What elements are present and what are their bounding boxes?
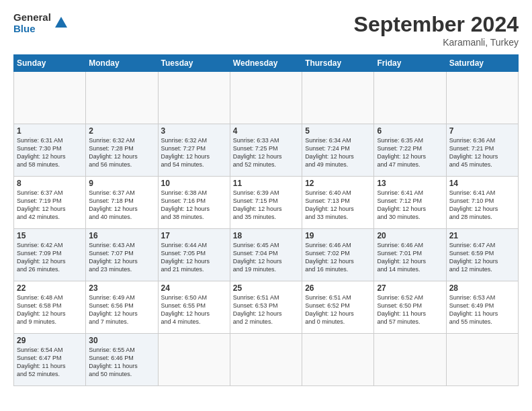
- day-info: Sunrise: 6:52 AMSunset: 6:50 PMDaylight:…: [377, 293, 443, 326]
- logo-icon: [54, 15, 69, 33]
- day-number: 22: [17, 283, 83, 293]
- week-row-4: 22Sunrise: 6:48 AMSunset: 6:58 PMDayligh…: [14, 281, 519, 334]
- day-number: 1: [17, 126, 83, 136]
- day-info: Sunrise: 6:51 AMSunset: 6:52 PMDaylight:…: [305, 293, 371, 326]
- day-number: 18: [233, 231, 299, 240]
- day-info: Sunrise: 6:32 AMSunset: 7:28 PMDaylight:…: [89, 136, 154, 169]
- day-cell: 17Sunrise: 6:44 AMSunset: 7:05 PMDayligh…: [158, 229, 230, 281]
- svg-marker-0: [55, 17, 67, 28]
- day-cell: 19Sunrise: 6:46 AMSunset: 7:02 PMDayligh…: [302, 229, 374, 281]
- day-cell: [302, 72, 374, 124]
- day-number: 10: [161, 179, 227, 188]
- col-thursday: Thursday: [302, 55, 374, 72]
- day-info: Sunrise: 6:40 AMSunset: 7:13 PMDaylight:…: [305, 189, 371, 222]
- day-cell: 13Sunrise: 6:41 AMSunset: 7:12 PMDayligh…: [374, 177, 446, 229]
- day-number: 17: [161, 231, 227, 240]
- day-number: 24: [161, 283, 227, 293]
- day-info: Sunrise: 6:53 AMSunset: 6:49 PMDaylight:…: [449, 293, 515, 326]
- day-number: 16: [89, 231, 154, 240]
- day-number: 27: [377, 283, 443, 293]
- day-cell: 20Sunrise: 6:46 AMSunset: 7:01 PMDayligh…: [374, 229, 446, 281]
- day-info: Sunrise: 6:47 AMSunset: 6:59 PMDaylight:…: [449, 241, 515, 274]
- day-cell: 15Sunrise: 6:42 AMSunset: 7:09 PMDayligh…: [14, 229, 86, 281]
- day-info: Sunrise: 6:48 AMSunset: 6:58 PMDaylight:…: [17, 293, 83, 326]
- day-cell: 7Sunrise: 6:36 AMSunset: 7:21 PMDaylight…: [446, 124, 518, 177]
- day-number: 8: [17, 179, 83, 188]
- day-info: Sunrise: 6:54 AMSunset: 6:47 PMDaylight:…: [17, 346, 83, 379]
- subtitle: Karamanli, Turkey: [354, 37, 519, 48]
- logo-blue: Blue: [13, 24, 51, 35]
- day-cell: 5Sunrise: 6:34 AMSunset: 7:24 PMDaylight…: [302, 124, 374, 177]
- day-number: 29: [17, 336, 83, 345]
- day-info: Sunrise: 6:50 AMSunset: 6:55 PMDaylight:…: [161, 293, 227, 326]
- page: General Blue September 2024 Karamanli, T…: [0, 0, 532, 411]
- header: General Blue September 2024 Karamanli, T…: [13, 12, 519, 48]
- logo: General Blue: [13, 12, 69, 34]
- day-cell: [230, 334, 302, 386]
- calendar-table: Sunday Monday Tuesday Wednesday Thursday…: [13, 54, 519, 386]
- day-cell: 6Sunrise: 6:35 AMSunset: 7:22 PMDaylight…: [374, 124, 446, 177]
- week-row-0: [14, 72, 519, 124]
- day-number: 25: [233, 283, 299, 293]
- day-cell: 18Sunrise: 6:45 AMSunset: 7:04 PMDayligh…: [230, 229, 302, 281]
- day-cell: 1Sunrise: 6:31 AMSunset: 7:30 PMDaylight…: [14, 124, 86, 177]
- week-row-3: 15Sunrise: 6:42 AMSunset: 7:09 PMDayligh…: [14, 229, 519, 281]
- day-cell: 2Sunrise: 6:32 AMSunset: 7:28 PMDaylight…: [86, 124, 158, 177]
- day-number: 4: [233, 126, 299, 136]
- day-cell: 28Sunrise: 6:53 AMSunset: 6:49 PMDayligh…: [446, 281, 518, 334]
- day-cell: [374, 72, 446, 124]
- day-cell: 4Sunrise: 6:33 AMSunset: 7:25 PMDaylight…: [230, 124, 302, 177]
- day-cell: 8Sunrise: 6:37 AMSunset: 7:19 PMDaylight…: [14, 177, 86, 229]
- day-cell: 30Sunrise: 6:55 AMSunset: 6:46 PMDayligh…: [86, 334, 158, 386]
- day-info: Sunrise: 6:41 AMSunset: 7:12 PMDaylight:…: [377, 189, 443, 222]
- day-cell: 25Sunrise: 6:51 AMSunset: 6:53 PMDayligh…: [230, 281, 302, 334]
- day-number: 26: [305, 283, 371, 293]
- title-block: September 2024 Karamanli, Turkey: [354, 12, 519, 48]
- day-number: 21: [449, 231, 515, 240]
- day-cell: 3Sunrise: 6:32 AMSunset: 7:27 PMDaylight…: [158, 124, 230, 177]
- day-info: Sunrise: 6:31 AMSunset: 7:30 PMDaylight:…: [17, 136, 83, 169]
- day-info: Sunrise: 6:38 AMSunset: 7:16 PMDaylight:…: [161, 189, 227, 222]
- day-info: Sunrise: 6:35 AMSunset: 7:22 PMDaylight:…: [377, 136, 443, 169]
- day-info: Sunrise: 6:33 AMSunset: 7:25 PMDaylight:…: [233, 136, 299, 169]
- day-cell: 24Sunrise: 6:50 AMSunset: 6:55 PMDayligh…: [158, 281, 230, 334]
- day-number: 28: [449, 283, 515, 293]
- week-row-5: 29Sunrise: 6:54 AMSunset: 6:47 PMDayligh…: [14, 334, 519, 386]
- header-row: Sunday Monday Tuesday Wednesday Thursday…: [14, 55, 519, 72]
- day-cell: [158, 334, 230, 386]
- day-cell: 14Sunrise: 6:41 AMSunset: 7:10 PMDayligh…: [446, 177, 518, 229]
- day-cell: [302, 334, 374, 386]
- day-info: Sunrise: 6:42 AMSunset: 7:09 PMDaylight:…: [17, 241, 83, 274]
- col-friday: Friday: [374, 55, 446, 72]
- day-number: 7: [449, 126, 515, 136]
- day-cell: 26Sunrise: 6:51 AMSunset: 6:52 PMDayligh…: [302, 281, 374, 334]
- day-info: Sunrise: 6:55 AMSunset: 6:46 PMDaylight:…: [89, 346, 154, 379]
- day-cell: [230, 72, 302, 124]
- day-cell: 11Sunrise: 6:39 AMSunset: 7:15 PMDayligh…: [230, 177, 302, 229]
- day-info: Sunrise: 6:36 AMSunset: 7:21 PMDaylight:…: [449, 136, 515, 169]
- day-number: 14: [449, 179, 515, 188]
- day-info: Sunrise: 6:32 AMSunset: 7:27 PMDaylight:…: [161, 136, 227, 169]
- day-number: 23: [89, 283, 154, 293]
- col-tuesday: Tuesday: [158, 55, 230, 72]
- logo-general: General: [13, 12, 51, 24]
- week-row-1: 1Sunrise: 6:31 AMSunset: 7:30 PMDaylight…: [14, 124, 519, 177]
- day-cell: 10Sunrise: 6:38 AMSunset: 7:16 PMDayligh…: [158, 177, 230, 229]
- day-info: Sunrise: 6:34 AMSunset: 7:24 PMDaylight:…: [305, 136, 371, 169]
- day-info: Sunrise: 6:51 AMSunset: 6:53 PMDaylight:…: [233, 293, 299, 326]
- day-cell: [14, 72, 86, 124]
- day-cell: 21Sunrise: 6:47 AMSunset: 6:59 PMDayligh…: [446, 229, 518, 281]
- day-number: 19: [305, 231, 371, 240]
- day-info: Sunrise: 6:39 AMSunset: 7:15 PMDaylight:…: [233, 189, 299, 222]
- day-number: 5: [305, 126, 371, 136]
- day-cell: 27Sunrise: 6:52 AMSunset: 6:50 PMDayligh…: [374, 281, 446, 334]
- day-number: 12: [305, 179, 371, 188]
- day-cell: 12Sunrise: 6:40 AMSunset: 7:13 PMDayligh…: [302, 177, 374, 229]
- month-title: September 2024: [354, 12, 519, 37]
- col-sunday: Sunday: [14, 55, 86, 72]
- day-cell: [446, 72, 518, 124]
- day-info: Sunrise: 6:41 AMSunset: 7:10 PMDaylight:…: [449, 189, 515, 222]
- day-info: Sunrise: 6:46 AMSunset: 7:01 PMDaylight:…: [377, 241, 443, 274]
- day-number: 30: [89, 336, 154, 345]
- day-number: 13: [377, 179, 443, 188]
